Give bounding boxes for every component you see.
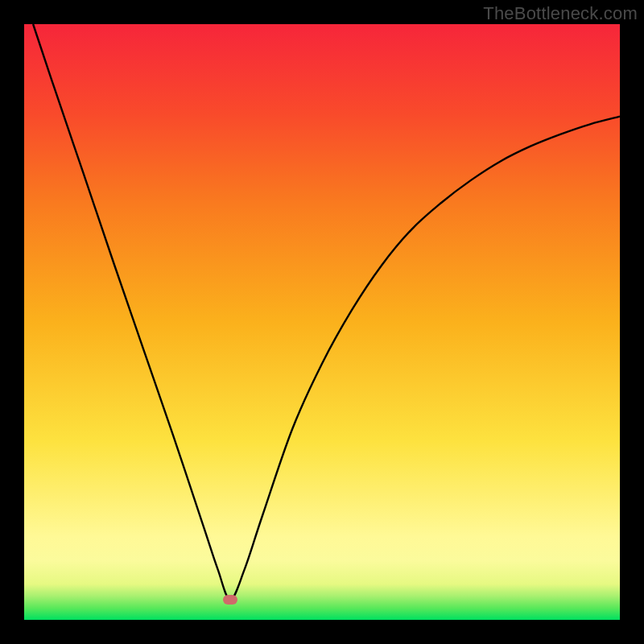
minimum-marker [223,595,237,605]
watermark-text: TheBottleneck.com [483,3,638,24]
chart-frame: TheBottleneck.com [0,0,644,644]
bottleneck-curve [33,24,620,600]
chart-curve-layer [24,24,620,620]
